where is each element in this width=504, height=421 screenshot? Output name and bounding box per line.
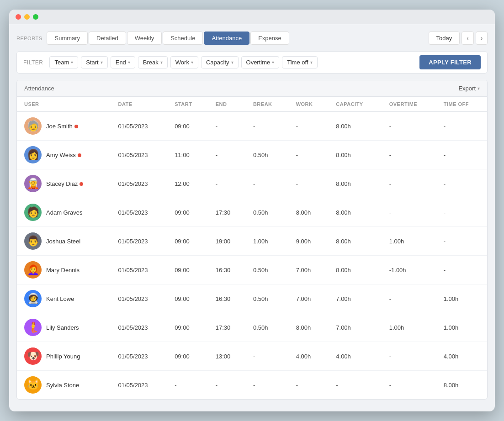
table-title: Attendance bbox=[24, 85, 54, 92]
nav-bar: REPORTS SummaryDetailedWeeklyScheduleAtt… bbox=[16, 32, 488, 45]
nav-tab-expense[interactable]: Expense bbox=[250, 32, 289, 45]
cell-work: - bbox=[289, 112, 329, 141]
cell-work: 8.00h bbox=[289, 313, 329, 342]
cell-work: 4.00h bbox=[289, 342, 329, 371]
minimize-button[interactable] bbox=[24, 14, 30, 20]
user-cell: 🧝 Stacey Diaz bbox=[24, 175, 104, 192]
cell-start: 09:00 bbox=[167, 342, 208, 371]
filter-label: FILTER bbox=[23, 59, 43, 66]
cell-date: 01/05/2023 bbox=[111, 169, 168, 198]
table-row: 🧜 Lily Sanders 01/05/202309:0017:300.50h… bbox=[17, 313, 487, 342]
cell-work: 9.00h bbox=[289, 227, 329, 256]
user-name: Joshua Steel bbox=[46, 238, 80, 245]
cell-date: 01/05/2023 bbox=[111, 198, 168, 227]
cell-overtime: - bbox=[382, 169, 436, 198]
reports-label: REPORTS bbox=[16, 36, 42, 41]
avatar: 🐶 bbox=[24, 347, 42, 365]
col-header-date: DATE bbox=[111, 97, 168, 112]
user-cell: 👩‍🦰 Mary Dennis bbox=[24, 261, 104, 279]
col-header-capacity: CAPACITY bbox=[329, 97, 382, 112]
avatar: 🐱 bbox=[24, 376, 42, 394]
chevron-down-icon: ▾ bbox=[310, 60, 313, 65]
cell-start: 09:00 bbox=[167, 256, 208, 284]
filter-dropdown-label: End bbox=[116, 59, 126, 66]
apply-filter-button[interactable]: APPLY FILTER bbox=[419, 55, 481, 69]
cell-capacity: - bbox=[329, 371, 382, 400]
cell-break: - bbox=[246, 342, 289, 371]
nav-tab-detailed[interactable]: Detailed bbox=[89, 32, 126, 45]
cell-break: 0.50h bbox=[246, 284, 289, 313]
table-header-row: Attendance Export ▾ bbox=[17, 80, 487, 97]
nav-tab-attendance[interactable]: Attendance bbox=[204, 32, 249, 45]
filter-dropdown-time_off[interactable]: Time off▾ bbox=[282, 56, 317, 68]
prev-button[interactable]: ‹ bbox=[462, 32, 473, 45]
maximize-button[interactable] bbox=[33, 14, 38, 20]
col-header-overtime: OVERTIME bbox=[382, 97, 436, 112]
status-dot bbox=[78, 153, 81, 157]
avatar: 🧑‍🚀 bbox=[24, 290, 42, 307]
avatar: 🧓 bbox=[24, 117, 42, 135]
filter-dropdown-capacity[interactable]: Capacity▾ bbox=[201, 56, 239, 68]
col-header-work: WORK bbox=[289, 97, 329, 112]
cell-time_off: 4.00h bbox=[436, 342, 487, 371]
filter-dropdown-team[interactable]: Team▾ bbox=[49, 56, 78, 68]
filter-dropdown-break[interactable]: Break▾ bbox=[138, 56, 168, 68]
cell-break: - bbox=[246, 112, 289, 141]
user-name: Mary Dennis bbox=[46, 267, 80, 274]
cell-end: 17:30 bbox=[208, 198, 246, 227]
next-button[interactable]: › bbox=[476, 32, 488, 45]
cell-capacity: 8.00h bbox=[329, 227, 382, 256]
table-row: 👩 Amy Weiss 01/05/202311:00-0.50h-8.00h-… bbox=[17, 141, 487, 169]
table-body: 🧓 Joe Smith 01/05/202309:00---8.00h-- 👩 … bbox=[17, 112, 487, 400]
user-cell: 🐱 Sylvia Stone bbox=[24, 376, 104, 394]
user-cell: 👨 Joshua Steel bbox=[24, 232, 104, 250]
cell-overtime: - bbox=[382, 112, 436, 141]
today-button[interactable]: Today bbox=[429, 32, 460, 45]
cell-work: 8.00h bbox=[289, 198, 329, 227]
col-header-start: START bbox=[167, 97, 208, 112]
export-label: Export bbox=[458, 85, 476, 92]
chevron-down-icon: ▾ bbox=[272, 60, 274, 65]
close-button[interactable] bbox=[16, 14, 21, 20]
avatar: 🧜 bbox=[24, 319, 42, 336]
main-content: REPORTS SummaryDetailedWeeklyScheduleAtt… bbox=[9, 24, 495, 407]
filter-dropdown-label: Overtime bbox=[246, 59, 271, 66]
main-window: REPORTS SummaryDetailedWeeklyScheduleAtt… bbox=[9, 10, 495, 411]
cell-capacity: 8.00h bbox=[329, 141, 382, 169]
filter-dropdown-work[interactable]: Work▾ bbox=[170, 56, 198, 68]
cell-time_off: - bbox=[436, 112, 487, 141]
filter-dropdown-label: Team bbox=[54, 59, 69, 66]
attendance-table-section: Attendance Export ▾ USERDATESTARTENDBREA… bbox=[16, 80, 488, 400]
filter-dropdown-overtime[interactable]: Overtime▾ bbox=[241, 56, 280, 68]
col-header-time-off: TIME OFF bbox=[436, 97, 487, 112]
chevron-down-icon: ▾ bbox=[160, 60, 163, 65]
table-row: 👩‍🦰 Mary Dennis 01/05/202309:0016:300.50… bbox=[17, 256, 487, 284]
nav-tab-summary[interactable]: Summary bbox=[47, 32, 88, 45]
filter-dropdown-start[interactable]: Start▾ bbox=[81, 56, 107, 68]
filter-dropdown-label: Work bbox=[175, 59, 189, 66]
cell-start: 09:00 bbox=[167, 227, 208, 256]
avatar: 👨 bbox=[24, 232, 42, 250]
cell-end: - bbox=[208, 141, 246, 169]
cell-break: - bbox=[246, 371, 289, 400]
nav-tab-schedule[interactable]: Schedule bbox=[163, 32, 203, 45]
col-header-end: END bbox=[208, 97, 246, 112]
cell-capacity: 8.00h bbox=[329, 256, 382, 284]
cell-date: 01/05/2023 bbox=[111, 141, 168, 169]
user-name: Sylvia Stone bbox=[46, 382, 79, 389]
cell-start: 09:00 bbox=[167, 313, 208, 342]
cell-time_off: - bbox=[436, 227, 487, 256]
cell-end: - bbox=[208, 112, 246, 141]
export-button[interactable]: Export ▾ bbox=[458, 85, 480, 92]
filter-dropdown-end[interactable]: End▾ bbox=[111, 56, 135, 68]
filter-dropdown-label: Capacity bbox=[206, 59, 229, 66]
cell-date: 01/05/2023 bbox=[111, 227, 168, 256]
nav-tab-weekly[interactable]: Weekly bbox=[127, 32, 162, 45]
cell-work: - bbox=[289, 371, 329, 400]
table-row: 🐶 Phillip Young 01/05/202309:0013:00-4.0… bbox=[17, 342, 487, 371]
titlebar bbox=[9, 10, 495, 24]
nav-right: Today ‹ › bbox=[429, 32, 488, 45]
cell-work: - bbox=[289, 141, 329, 169]
user-name: Phillip Young bbox=[46, 353, 80, 360]
user-cell: 🧜 Lily Sanders bbox=[24, 319, 104, 336]
